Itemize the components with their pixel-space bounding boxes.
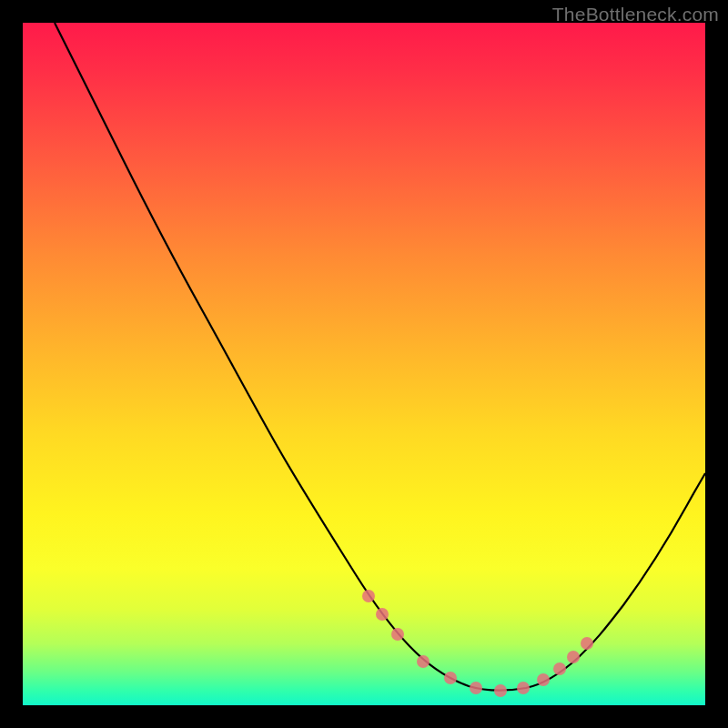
curve-markers (362, 590, 593, 697)
marker-dot (470, 682, 482, 694)
marker-dot (537, 673, 550, 686)
marker-dot (417, 655, 430, 668)
plot-area (23, 23, 705, 705)
marker-dot (581, 637, 593, 650)
marker-dot (444, 672, 457, 684)
marker-dot (362, 590, 375, 602)
watermark-text: TheBottleneck.com (552, 4, 719, 25)
marker-dot (567, 651, 580, 663)
bottleneck-curve (55, 23, 705, 691)
marker-dot (376, 608, 389, 621)
marker-dot (517, 682, 530, 694)
curve-layer (23, 23, 705, 705)
marker-dot (494, 684, 507, 697)
marker-dot (391, 628, 404, 641)
chart-stage: TheBottleneck.com (0, 0, 728, 728)
marker-dot (553, 662, 566, 675)
